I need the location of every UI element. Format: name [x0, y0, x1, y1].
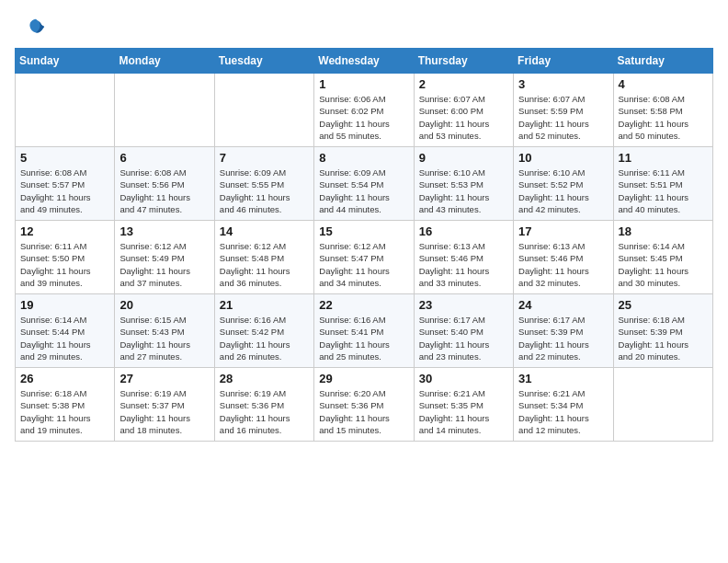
weekday-header-cell: Sunday	[16, 49, 115, 74]
calendar-week-row: 5Sunrise: 6:08 AMSunset: 5:57 PMDaylight…	[16, 147, 713, 221]
day-number: 1	[319, 77, 408, 91]
day-info: Sunrise: 6:08 AMSunset: 5:56 PMDaylight:…	[119, 167, 209, 215]
day-info: Sunrise: 6:21 AMSunset: 5:35 PMDaylight:…	[419, 387, 508, 436]
weekday-header-cell: Saturday	[613, 49, 712, 74]
calendar-cell: 27Sunrise: 6:19 AMSunset: 5:37 PMDayligh…	[115, 368, 214, 442]
day-info: Sunrise: 6:10 AMSunset: 5:52 PMDaylight:…	[518, 167, 608, 215]
calendar-week-row: 12Sunrise: 6:11 AMSunset: 5:50 PMDayligh…	[16, 221, 713, 294]
calendar-cell: 31Sunrise: 6:21 AMSunset: 5:34 PMDayligh…	[514, 368, 613, 442]
day-number: 10	[518, 151, 608, 165]
calendar-cell: 18Sunrise: 6:14 AMSunset: 5:45 PMDayligh…	[613, 221, 712, 294]
calendar-body: 1Sunrise: 6:06 AMSunset: 6:02 PMDaylight…	[16, 74, 713, 442]
day-info: Sunrise: 6:11 AMSunset: 5:50 PMDaylight:…	[20, 240, 109, 289]
weekday-header-row: SundayMondayTuesdayWednesdayThursdayFrid…	[16, 49, 713, 74]
calendar-cell: 28Sunrise: 6:19 AMSunset: 5:36 PMDayligh…	[214, 368, 313, 442]
day-number: 20	[119, 298, 209, 312]
day-info: Sunrise: 6:13 AMSunset: 5:46 PMDaylight:…	[518, 240, 608, 289]
day-info: Sunrise: 6:08 AMSunset: 5:58 PMDaylight:…	[619, 93, 708, 142]
day-info: Sunrise: 6:11 AMSunset: 5:51 PMDaylight:…	[619, 167, 708, 215]
day-info: Sunrise: 6:06 AMSunset: 6:02 PMDaylight:…	[319, 93, 408, 142]
day-number: 21	[220, 298, 309, 312]
calendar-cell: 7Sunrise: 6:09 AMSunset: 5:55 PMDaylight…	[214, 147, 313, 221]
day-number: 15	[319, 224, 408, 238]
calendar-week-row: 26Sunrise: 6:18 AMSunset: 5:38 PMDayligh…	[16, 368, 713, 442]
day-info: Sunrise: 6:09 AMSunset: 5:54 PMDaylight:…	[319, 167, 408, 215]
day-info: Sunrise: 6:19 AMSunset: 5:36 PMDaylight:…	[220, 387, 309, 436]
calendar-cell	[115, 74, 214, 147]
day-number: 17	[518, 224, 608, 238]
day-number: 16	[419, 224, 508, 238]
calendar-week-row: 1Sunrise: 6:06 AMSunset: 6:02 PMDaylight…	[16, 74, 713, 147]
day-info: Sunrise: 6:15 AMSunset: 5:43 PMDaylight:…	[119, 314, 209, 362]
day-info: Sunrise: 6:07 AMSunset: 5:59 PMDaylight:…	[518, 93, 608, 142]
calendar-cell: 20Sunrise: 6:15 AMSunset: 5:43 PMDayligh…	[115, 294, 214, 368]
day-info: Sunrise: 6:20 AMSunset: 5:36 PMDaylight:…	[319, 387, 408, 436]
day-info: Sunrise: 6:10 AMSunset: 5:53 PMDaylight:…	[419, 167, 508, 215]
day-number: 22	[319, 298, 408, 312]
day-number: 3	[518, 77, 608, 91]
calendar-cell: 17Sunrise: 6:13 AMSunset: 5:46 PMDayligh…	[514, 221, 613, 294]
logo-icon	[26, 17, 46, 37]
day-number: 18	[619, 224, 708, 238]
day-number: 4	[619, 77, 708, 91]
day-number: 6	[119, 151, 209, 165]
calendar-cell: 15Sunrise: 6:12 AMSunset: 5:47 PMDayligh…	[314, 221, 414, 294]
day-number: 30	[419, 372, 508, 385]
weekday-header-cell: Thursday	[414, 49, 513, 74]
day-info: Sunrise: 6:16 AMSunset: 5:42 PMDaylight:…	[220, 314, 309, 362]
calendar-cell: 12Sunrise: 6:11 AMSunset: 5:50 PMDayligh…	[16, 221, 115, 294]
day-number: 11	[619, 151, 708, 165]
calendar-cell	[16, 74, 115, 147]
day-info: Sunrise: 6:12 AMSunset: 5:47 PMDaylight:…	[319, 240, 408, 289]
calendar-cell	[613, 368, 712, 442]
weekday-header-cell: Friday	[514, 49, 613, 74]
day-info: Sunrise: 6:13 AMSunset: 5:46 PMDaylight:…	[419, 240, 508, 289]
day-info: Sunrise: 6:14 AMSunset: 5:45 PMDaylight:…	[619, 240, 708, 289]
calendar-cell: 2Sunrise: 6:07 AMSunset: 6:00 PMDaylight…	[414, 74, 513, 147]
day-number: 27	[119, 372, 209, 385]
calendar-cell: 4Sunrise: 6:08 AMSunset: 5:58 PMDaylight…	[613, 74, 712, 147]
day-number: 29	[319, 372, 408, 385]
day-number: 14	[220, 224, 309, 238]
calendar-cell	[214, 74, 313, 147]
day-info: Sunrise: 6:16 AMSunset: 5:41 PMDaylight:…	[319, 314, 408, 362]
calendar-page: SundayMondayTuesdayWednesdayThursdayFrid…	[0, 0, 728, 563]
day-number: 28	[220, 372, 309, 385]
calendar-table: SundayMondayTuesdayWednesdayThursdayFrid…	[15, 48, 713, 442]
day-info: Sunrise: 6:21 AMSunset: 5:34 PMDaylight:…	[518, 387, 608, 436]
calendar-cell: 29Sunrise: 6:20 AMSunset: 5:36 PMDayligh…	[314, 368, 414, 442]
day-number: 26	[20, 372, 109, 385]
calendar-cell: 25Sunrise: 6:18 AMSunset: 5:39 PMDayligh…	[613, 294, 712, 368]
calendar-cell: 1Sunrise: 6:06 AMSunset: 6:02 PMDaylight…	[314, 74, 414, 147]
day-number: 19	[20, 298, 109, 312]
day-info: Sunrise: 6:07 AMSunset: 6:00 PMDaylight:…	[419, 93, 508, 142]
calendar-cell: 9Sunrise: 6:10 AMSunset: 5:53 PMDaylight…	[414, 147, 513, 221]
day-number: 23	[419, 298, 508, 312]
day-info: Sunrise: 6:18 AMSunset: 5:39 PMDaylight:…	[619, 314, 708, 362]
calendar-cell: 21Sunrise: 6:16 AMSunset: 5:42 PMDayligh…	[214, 294, 313, 368]
calendar-cell: 11Sunrise: 6:11 AMSunset: 5:51 PMDayligh…	[613, 147, 712, 221]
calendar-cell: 10Sunrise: 6:10 AMSunset: 5:52 PMDayligh…	[514, 147, 613, 221]
calendar-cell: 16Sunrise: 6:13 AMSunset: 5:46 PMDayligh…	[414, 221, 513, 294]
day-number: 5	[20, 151, 109, 165]
day-number: 12	[20, 224, 109, 238]
calendar-cell: 23Sunrise: 6:17 AMSunset: 5:40 PMDayligh…	[414, 294, 513, 368]
day-info: Sunrise: 6:14 AMSunset: 5:44 PMDaylight:…	[20, 314, 109, 362]
day-info: Sunrise: 6:12 AMSunset: 5:49 PMDaylight:…	[119, 240, 209, 289]
calendar-cell: 26Sunrise: 6:18 AMSunset: 5:38 PMDayligh…	[16, 368, 115, 442]
weekday-header-cell: Tuesday	[214, 49, 313, 74]
calendar-cell: 6Sunrise: 6:08 AMSunset: 5:56 PMDaylight…	[115, 147, 214, 221]
day-number: 8	[319, 151, 408, 165]
calendar-cell: 13Sunrise: 6:12 AMSunset: 5:49 PMDayligh…	[115, 221, 214, 294]
weekday-header-cell: Monday	[115, 49, 214, 74]
day-info: Sunrise: 6:17 AMSunset: 5:40 PMDaylight:…	[419, 314, 508, 362]
day-info: Sunrise: 6:19 AMSunset: 5:37 PMDaylight:…	[119, 387, 209, 436]
calendar-cell: 8Sunrise: 6:09 AMSunset: 5:54 PMDaylight…	[314, 147, 414, 221]
day-number: 2	[419, 77, 508, 91]
calendar-cell: 3Sunrise: 6:07 AMSunset: 5:59 PMDaylight…	[514, 74, 613, 147]
logo	[22, 17, 46, 37]
day-number: 13	[119, 224, 209, 238]
calendar-cell: 19Sunrise: 6:14 AMSunset: 5:44 PMDayligh…	[16, 294, 115, 368]
day-info: Sunrise: 6:08 AMSunset: 5:57 PMDaylight:…	[20, 167, 109, 215]
calendar-week-row: 19Sunrise: 6:14 AMSunset: 5:44 PMDayligh…	[16, 294, 713, 368]
